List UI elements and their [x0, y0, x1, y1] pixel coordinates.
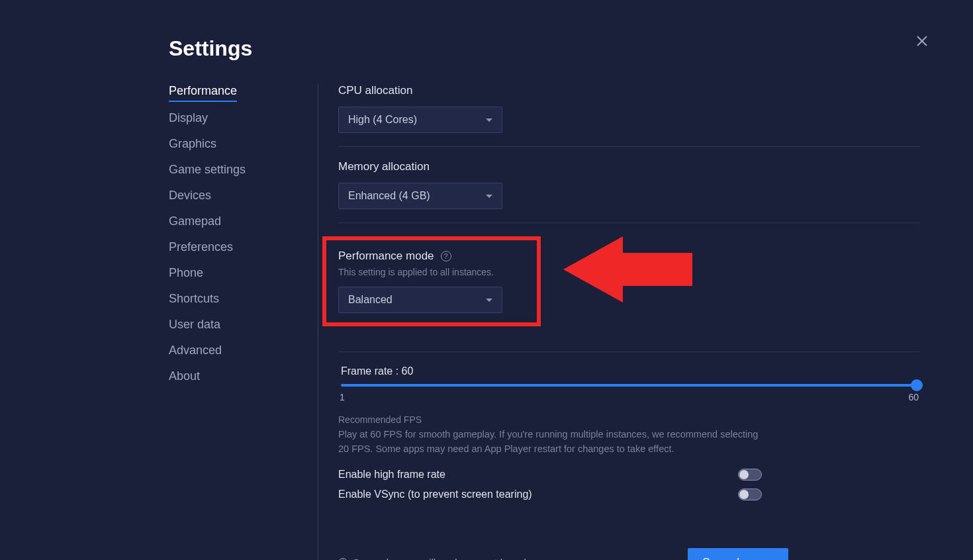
annotation-highlight-box: Performance mode ? This setting is appli…: [322, 236, 541, 326]
settings-main: CPU allocation High (4 Cores) Memory all…: [338, 84, 933, 560]
cpu-section: CPU allocation High (4 Cores): [338, 84, 920, 147]
footer-note: i Some changes will apply on next launch: [338, 557, 530, 560]
framerate-rec-text: Play at 60 FPS for smooth gameplay. If y…: [338, 428, 762, 457]
close-button[interactable]: [914, 33, 930, 49]
framerate-label: Frame rate : 60: [338, 365, 920, 377]
high-fps-row: Enable high frame rate: [338, 469, 762, 481]
sidebar-item-preferences[interactable]: Preferences: [169, 240, 233, 257]
perfmode-select[interactable]: Balanced: [338, 287, 502, 313]
perfmode-note: This setting is applied to all instances…: [338, 267, 525, 277]
memory-label: Memory allocation: [338, 160, 920, 173]
framerate-slider-thumb[interactable]: [911, 379, 923, 391]
framerate-section: Frame rate : 60 1 60 Recommended FPS Pla…: [338, 365, 920, 522]
info-icon: i: [338, 558, 348, 561]
cpu-select[interactable]: High (4 Cores): [338, 107, 502, 133]
sidebar-item-gamepad[interactable]: Gamepad: [169, 214, 221, 231]
settings-sidebar: Performance Display Graphics Game settin…: [169, 84, 298, 560]
framerate-max: 60: [908, 392, 919, 402]
perfmode-select-value: Balanced: [348, 294, 393, 306]
sidebar-item-user-data[interactable]: User data: [169, 318, 220, 334]
sidebar-item-shortcuts[interactable]: Shortcuts: [169, 292, 219, 308]
sidebar-item-game-settings[interactable]: Game settings: [169, 163, 246, 179]
vsync-row: Enable VSync (to prevent screen tearing): [338, 489, 762, 500]
sidebar-item-graphics[interactable]: Graphics: [169, 137, 216, 154]
settings-footer: i Some changes will apply on next launch…: [338, 548, 788, 561]
memory-select-value: Enhanced (4 GB): [348, 190, 430, 202]
sidebar-item-phone[interactable]: Phone: [169, 266, 203, 283]
performance-mode-section: Performance mode ? This setting is appli…: [338, 236, 920, 352]
svg-marker-2: [563, 236, 692, 303]
memory-select[interactable]: Enhanced (4 GB): [338, 183, 502, 209]
sidebar-item-devices[interactable]: Devices: [169, 189, 211, 205]
cpu-select-value: High (4 Cores): [348, 114, 417, 126]
close-icon: [916, 35, 928, 47]
vertical-divider: [318, 84, 318, 560]
chevron-down-icon: [486, 118, 492, 122]
framerate-slider[interactable]: [341, 384, 917, 387]
help-icon[interactable]: ?: [441, 251, 451, 261]
vsync-toggle[interactable]: [738, 489, 762, 500]
high-fps-label: Enable high frame rate: [338, 469, 445, 481]
cpu-label: CPU allocation: [338, 84, 920, 97]
memory-section: Memory allocation Enhanced (4 GB): [338, 160, 920, 223]
annotation-arrow-icon: [563, 223, 696, 316]
sidebar-item-performance[interactable]: Performance: [169, 84, 237, 102]
high-fps-toggle[interactable]: [738, 469, 762, 481]
page-title: Settings: [169, 36, 933, 61]
chevron-down-icon: [486, 195, 492, 198]
sidebar-item-advanced[interactable]: Advanced: [169, 344, 222, 360]
save-changes-button[interactable]: Save changes: [688, 548, 788, 561]
chevron-down-icon: [486, 299, 492, 302]
framerate-rec-title: Recommended FPS: [338, 414, 920, 425]
sidebar-item-about[interactable]: About: [169, 369, 200, 386]
perfmode-label: Performance mode ?: [338, 250, 525, 263]
framerate-min: 1: [340, 392, 345, 402]
sidebar-item-display[interactable]: Display: [169, 111, 208, 128]
framerate-range: 1 60: [338, 392, 920, 402]
vsync-label: Enable VSync (to prevent screen tearing): [338, 489, 532, 500]
